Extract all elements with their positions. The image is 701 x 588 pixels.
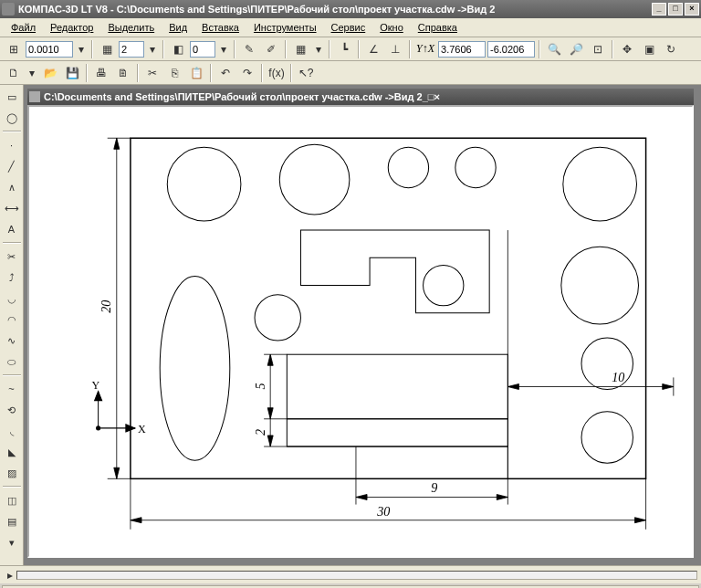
dim-horizontal-9: 9 xyxy=(431,480,437,495)
work-area: ▭ ◯ · ╱ ∧ ⟷ A ✂ ⤴ ◡ ◠ ∿ ⬭ ~ ⟲ ◟ ◣ ▨ ◫ ▤ … xyxy=(0,85,701,565)
undo-icon[interactable]: ↶ xyxy=(215,63,235,83)
maximize-button[interactable]: □ xyxy=(668,3,683,16)
misc1-tool-icon[interactable]: ◫ xyxy=(2,490,22,510)
bottom-track[interactable] xyxy=(16,571,697,580)
text-tool-icon[interactable]: A xyxy=(2,219,22,239)
snap-step-icon[interactable]: ⊞ xyxy=(4,39,24,59)
doc-icon xyxy=(29,91,40,102)
doc-maximize-button[interactable]: □ xyxy=(428,91,434,102)
menu-window[interactable]: Окно xyxy=(374,20,409,35)
angle-icon[interactable]: ∠ xyxy=(363,39,383,59)
spline-tool-icon[interactable]: ◠ xyxy=(2,310,22,330)
dim-vertical-2: 2 xyxy=(253,429,267,436)
brush1-icon[interactable]: ✎ xyxy=(239,39,259,59)
state-icon[interactable]: ◧ xyxy=(168,39,188,59)
svg-point-47 xyxy=(97,426,100,430)
geometry-tool-icon[interactable]: ◯ xyxy=(2,108,22,128)
coord-x-input[interactable] xyxy=(438,41,486,58)
minimize-button[interactable]: _ xyxy=(652,3,666,16)
menu-help[interactable]: Справка xyxy=(413,20,463,35)
coord-x-label: Y↑X xyxy=(416,42,434,56)
trim-tool-icon[interactable]: ✂ xyxy=(2,247,22,267)
svg-point-11 xyxy=(160,277,230,461)
axis-x-label: X xyxy=(138,423,146,436)
save-icon[interactable]: 💾 xyxy=(62,63,82,83)
bezier-tool-icon[interactable]: ~ xyxy=(2,379,22,399)
menu-editor[interactable]: Редактор xyxy=(45,20,99,35)
coord-y-input[interactable] xyxy=(487,41,535,58)
svg-point-8 xyxy=(581,412,633,463)
menu-file[interactable]: Файл xyxy=(5,20,41,35)
close-button[interactable]: × xyxy=(685,3,699,16)
menu-service[interactable]: Сервис xyxy=(326,20,371,35)
dim-horizontal-10: 10 xyxy=(612,370,624,384)
menu-select[interactable]: Выделить xyxy=(102,20,160,35)
layer-input[interactable] xyxy=(119,41,144,58)
arrow-down-icon[interactable]: ▾ xyxy=(2,532,22,552)
drawing-canvas[interactable]: 20 30 9 xyxy=(27,105,694,558)
svg-point-9 xyxy=(255,295,300,341)
zoom-out-icon[interactable]: 🔎 xyxy=(566,39,586,59)
dimension-tool-icon[interactable]: ⟷ xyxy=(2,198,22,218)
svg-point-4 xyxy=(455,147,496,187)
brush2-icon[interactable]: ✐ xyxy=(261,39,281,59)
fx-icon[interactable]: f(x) xyxy=(267,63,287,83)
menu-insert[interactable]: Вставка xyxy=(196,20,245,35)
cut-icon[interactable]: ✂ xyxy=(142,63,162,83)
point-tool-icon[interactable]: · xyxy=(2,135,22,155)
step-input[interactable] xyxy=(26,41,73,58)
zoom-in-icon[interactable]: 🔍 xyxy=(544,39,564,59)
state-input[interactable] xyxy=(190,41,215,58)
step-dropdown-icon[interactable]: ▾ xyxy=(75,39,88,59)
paste-icon[interactable]: 📋 xyxy=(186,63,206,83)
arc-tool-icon[interactable]: ◡ xyxy=(2,289,22,309)
main-titlebar: КОМПАС-3D LT V8 - C:\Documents and Setti… xyxy=(0,0,701,18)
line-tool-icon[interactable]: ╱ xyxy=(2,156,22,176)
menu-tools[interactable]: Инструменты xyxy=(248,20,322,35)
svg-marker-22 xyxy=(131,518,141,523)
contour-tool-icon[interactable]: ⟲ xyxy=(2,400,22,420)
preview-icon[interactable]: 🗎 xyxy=(113,63,133,83)
doc-close-button[interactable]: × xyxy=(434,91,439,102)
ortho-icon[interactable]: ┗ xyxy=(334,39,354,59)
svg-point-10 xyxy=(424,265,464,305)
zoom-window-icon[interactable]: ⊡ xyxy=(588,39,608,59)
misc2-tool-icon[interactable]: ▤ xyxy=(2,511,22,531)
svg-marker-32 xyxy=(507,383,518,389)
state-dropdown-icon[interactable]: ▾ xyxy=(217,39,230,59)
redo-icon[interactable]: ↷ xyxy=(237,63,257,83)
new-dropdown-icon[interactable]: ▾ xyxy=(26,63,38,83)
pan-icon[interactable]: ✥ xyxy=(617,39,637,59)
ellipse-tool-icon[interactable]: ⬭ xyxy=(2,352,22,372)
grid-icon[interactable]: ▦ xyxy=(290,39,310,59)
fillet-tool-icon[interactable]: ◟ xyxy=(2,421,22,441)
cursor-help-icon[interactable]: ↖? xyxy=(296,63,316,83)
extend-tool-icon[interactable]: ⤴ xyxy=(2,268,22,288)
app-title: КОМПАС-3D LT V8 - C:\Documents and Setti… xyxy=(18,4,495,15)
angle-tool-icon[interactable]: ∧ xyxy=(2,177,22,197)
open-icon[interactable]: 📂 xyxy=(40,63,60,83)
menu-view[interactable]: Вид xyxy=(163,20,193,35)
select-tool-icon[interactable]: ▭ xyxy=(2,87,22,107)
layer-dropdown-icon[interactable]: ▾ xyxy=(146,39,159,59)
svg-point-2 xyxy=(279,144,350,215)
svg-marker-33 xyxy=(663,383,674,389)
copy-icon[interactable]: ⎘ xyxy=(164,63,184,83)
dim-vertical-20: 20 xyxy=(99,300,113,313)
menubar: Файл Редактор Выделить Вид Вставка Инстр… xyxy=(0,18,701,37)
perp-icon[interactable]: ⊥ xyxy=(385,39,405,59)
redraw-icon[interactable]: ↻ xyxy=(661,39,681,59)
chamfer-tool-icon[interactable]: ◣ xyxy=(2,442,22,462)
track-left-icon[interactable]: ▸ xyxy=(4,565,16,585)
left-toolbar: ▭ ◯ · ╱ ∧ ⟷ A ✂ ⤴ ◡ ◠ ∿ ⬭ ~ ⟲ ◟ ◣ ▨ ◫ ▤ … xyxy=(0,85,24,565)
dim-horizontal-30: 30 xyxy=(376,504,390,519)
fit-icon[interactable]: ▣ xyxy=(639,39,659,59)
hatch-tool-icon[interactable]: ▨ xyxy=(2,463,22,483)
print-icon[interactable]: 🖶 xyxy=(91,63,111,83)
svg-point-6 xyxy=(561,247,639,324)
curve-tool-icon[interactable]: ∿ xyxy=(2,331,22,351)
layer-icon[interactable]: ▦ xyxy=(97,39,117,59)
grid-dropdown-icon[interactable]: ▾ xyxy=(312,39,325,59)
svg-point-1 xyxy=(167,147,241,221)
new-icon[interactable]: 🗋 xyxy=(4,63,24,83)
